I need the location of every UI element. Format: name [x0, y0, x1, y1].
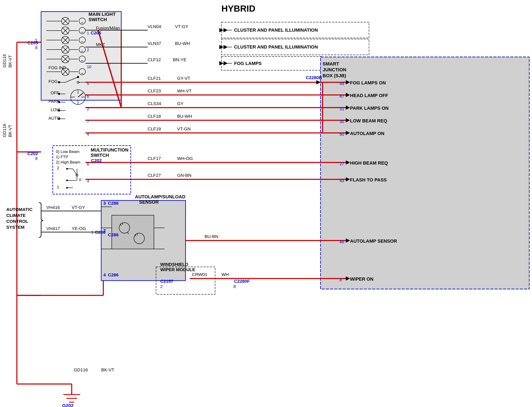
acc-label2: CLIMATE [6, 213, 26, 218]
c202-mid-label: C202 [91, 158, 102, 163]
park-lamps-on-label: PARK LAMPS ON [350, 105, 389, 111]
pin2b-lbl: 2 [87, 107, 89, 111]
wh-label: WH [221, 272, 229, 277]
svg-point-84 [66, 168, 68, 170]
wh-vt-label: WH-VT [177, 88, 192, 93]
clf21-label: CLF21 [148, 76, 161, 81]
mfs-pos0-lbl: 0 [79, 177, 81, 182]
mfs-1-label: 1) FTP [56, 155, 68, 159]
high-beam-req-label: HIGH BEAM REQ [350, 160, 388, 166]
clf19-label: CLF19 [148, 126, 161, 131]
fog-ind-label: FOG IND [48, 65, 66, 70]
svg-point-44 [58, 81, 60, 83]
sjb-pin47-lbl: 47 [339, 94, 344, 99]
g202-label: G202 [62, 403, 74, 407]
acc-label3: CONTROL [6, 219, 28, 224]
bu-wh-2-label: BU-WH [177, 114, 192, 118]
gd116-2-label: GD116 [2, 124, 7, 137]
c286-vh417-label: C286 [95, 230, 105, 235]
sjb-pin43-lbl: 43 [339, 178, 344, 183]
main-light-switch-title2: SWITCH [89, 17, 107, 22]
sjb-box [321, 57, 529, 289]
wh-og-label: WH-OG [177, 156, 193, 161]
sjb-pin46-lbl: 46 [339, 239, 344, 244]
bk-vt-bot-label: BK-VT [101, 367, 114, 372]
c202-left-label: C202 [27, 151, 38, 156]
c2280b-label: C2280B [306, 75, 322, 80]
fog-lamps-text: FOG LAMPS [234, 61, 262, 66]
pin7-lbl: 7 [87, 119, 89, 124]
autolamp-sensor-label: AUTOLAMP SENSOR [350, 238, 397, 244]
bu-bn-label: BU-BN [205, 234, 218, 239]
ye-og-label: YE-OG [72, 226, 86, 231]
vln37-label: VLN37 [148, 41, 161, 46]
multifunction-switch-title: MULTIFUNCTION [91, 147, 128, 153]
sensor-inner-box [112, 215, 154, 249]
c286-vh417-pin1: 1 [91, 230, 93, 235]
fog-lamps-on-label: FOG LAMPS ON [350, 80, 386, 86]
park-label: PARK [48, 99, 60, 104]
c205-pin8-label: 8 [35, 45, 38, 50]
clf27-label: CLF27 [148, 173, 161, 178]
bk-vt-2-label: BK-VT [8, 125, 12, 137]
c2157-pin2: 2 [160, 284, 162, 289]
gy-label: GY [177, 101, 184, 106]
pin2-lbl: 2 [87, 48, 89, 52]
clf12-label: CLF12 [148, 57, 161, 62]
c2280f-pin8: 8 [233, 284, 236, 289]
fusion-milan-label: Fusion/Milan [96, 26, 120, 30]
pin10-lbl: 10 [87, 65, 91, 69]
c202-pin6-lbl: 6 [87, 162, 89, 166]
svg-point-89 [66, 180, 68, 181]
clf23-label: CLF23 [148, 88, 161, 93]
c205-top-label: C205 [91, 30, 101, 35]
c2280f-label: C2280F [234, 279, 250, 284]
c286-top-label: C286 [108, 201, 118, 205]
bk-vt-1-label: BK-VT [8, 55, 12, 68]
off-label: OFF [51, 91, 59, 95]
svg-point-46 [77, 76, 79, 78]
c2157-label: C2157 [160, 279, 173, 284]
flash-to-pass-label: FLASH TO PASS [350, 177, 387, 182]
mfs-pos1-lbl: 1 [57, 185, 59, 189]
left-pin3-lbl: 3 [35, 38, 37, 43]
gd116-1-label: GD116 [2, 54, 7, 68]
pin1-label: 1 [87, 31, 89, 35]
vt-gn-label: VT-GN [177, 126, 191, 131]
vt-gy-2-label: VT-GY [72, 205, 85, 210]
bn-ye-label: BN-YE [173, 57, 186, 62]
cls34-label: CLS34 [148, 101, 161, 106]
gn-bn-label: GN-BN [177, 173, 192, 178]
vt-gy-1-label: VT-GY [175, 24, 188, 29]
sjb-pin31-lbl: 31 [339, 107, 344, 111]
fog-switch-label: FOG [48, 79, 58, 84]
autolamp-sensor-title2: SENSOR [139, 199, 159, 205]
c202-pin4-lbl: 4 [87, 179, 89, 183]
sjb-pin27-lbl: 27 [339, 161, 344, 166]
autolamp-sensor-title1: AUTOLAMP/SUNLOAD [135, 194, 185, 199]
mfs-pos2-lbl: 2 [57, 166, 59, 170]
head-lamp-off-label: HEAD LAMP OFF [350, 93, 388, 98]
main-title: HYBRID [221, 4, 255, 14]
low-beam-req-label: LOW BEAM REQ [350, 118, 387, 123]
svg-point-62 [58, 118, 60, 120]
c286-3-label: 3 [103, 201, 106, 205]
pin5-lbl: 5 [87, 81, 89, 86]
acc-label1: AUTOMATIC [6, 207, 32, 212]
wiper-module-label2: WIPER MODULE [160, 267, 195, 272]
svg-point-91 [66, 187, 68, 189]
sjb-pin49: 49 [339, 81, 344, 86]
c286-4-label: C286 [108, 272, 118, 277]
c286-4-pin: 4 [103, 272, 106, 277]
sjb-pin50-lbl: 50 [339, 132, 344, 136]
mfs-0-label: 0) Low Beam [56, 149, 79, 154]
sjb-pin30-lbl: 30 [339, 119, 344, 124]
wiper-module-label1: WINDSHIELD [160, 262, 188, 267]
sjb-pin8-lbl: 8 [339, 277, 342, 282]
pin6-lbl: 6 [87, 94, 89, 99]
main-light-switch-title: MAIN LIGHT [89, 12, 116, 17]
sjb-title2: JUNCTION [323, 67, 346, 72]
vln04-label: VLN04 [148, 24, 161, 29]
svg-point-52 [58, 101, 60, 103]
cluster-panel-1-text: CLUSTER AND PANEL ILLUMINATION [234, 27, 318, 33]
